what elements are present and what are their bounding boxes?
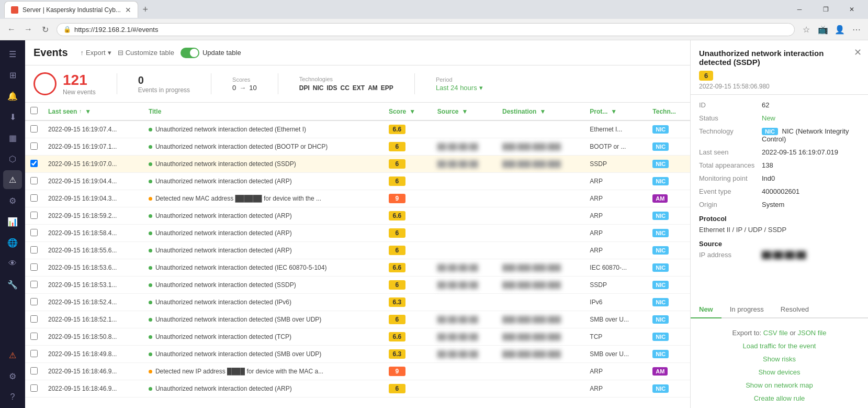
load-traffic-link[interactable]: Load traffic for the event <box>699 342 860 350</box>
period-value[interactable]: Last 24 hours ▾ <box>436 84 483 92</box>
tab-new[interactable]: New <box>691 301 722 318</box>
browser-tab[interactable]: Server | Kaspersky Industrial Cyb... ✕ <box>4 1 138 18</box>
table-row[interactable]: 2022-09-15 16:18:53.6... Unauthorized ne… <box>25 259 690 277</box>
close-button[interactable]: ✕ <box>840 2 864 17</box>
tab-close-button[interactable]: ✕ <box>125 6 131 14</box>
table-row[interactable]: 2022-09-15 16:18:59.2... Unauthorized ne… <box>25 207 690 225</box>
row-checkbox-cell[interactable] <box>25 363 43 380</box>
row-checkbox[interactable] <box>30 263 38 271</box>
sidebar-icon-grid[interactable]: ▦ <box>3 128 22 147</box>
new-tab-button[interactable]: + <box>138 2 153 17</box>
sidebar-icon-dashboard[interactable]: ⊞ <box>3 65 22 84</box>
address-bar[interactable]: 🔒 https://192.168.2.1/#/events <box>57 23 795 36</box>
filter-icon-score[interactable]: ▼ <box>409 108 416 115</box>
sidebar-icon-events[interactable]: ⚠ <box>3 170 22 189</box>
table-row[interactable]: 2022-09-15 16:18:49.8... Unauthorized ne… <box>25 346 690 363</box>
row-checkbox-cell[interactable] <box>25 311 43 328</box>
row-checkbox[interactable] <box>30 194 38 202</box>
row-checkbox[interactable] <box>30 229 38 236</box>
row-checkbox[interactable] <box>30 350 38 357</box>
row-checkbox[interactable] <box>30 315 38 323</box>
export-button[interactable]: ↑ Export ▾ <box>81 49 111 57</box>
update-toggle[interactable]: Update table <box>181 48 241 58</box>
row-checkbox[interactable] <box>30 384 38 392</box>
filter-icon-destination[interactable]: ▼ <box>539 108 547 115</box>
col-tech[interactable]: Techn... <box>647 103 690 120</box>
sidebar-icon-download[interactable]: ⬇ <box>3 107 22 126</box>
table-row[interactable]: 2022-09-15 16:18:58.4... Unauthorized ne… <box>25 225 690 242</box>
tab-in-progress[interactable]: In progress <box>722 301 772 318</box>
table-row[interactable]: 2022-09-15 16:19:07.0... Unauthorized ne… <box>25 156 690 173</box>
row-checkbox[interactable] <box>30 142 38 150</box>
row-checkbox-cell[interactable] <box>25 225 43 242</box>
filter-icon-source[interactable]: ▼ <box>462 108 469 115</box>
bookmark-button[interactable]: ☆ <box>799 22 814 37</box>
col-last-seen[interactable]: Last seen ↑ ▼ <box>43 103 143 120</box>
table-row[interactable]: 2022-09-15 16:18:53.1... Unauthorized ne… <box>25 277 690 294</box>
row-checkbox-cell[interactable] <box>25 156 43 173</box>
show-devices-link[interactable]: Show devices <box>699 368 860 376</box>
col-title[interactable]: Title <box>143 103 384 120</box>
table-row[interactable]: 2022-09-15 16:18:46.9... Unauthorized ne… <box>25 380 690 398</box>
row-checkbox-cell[interactable] <box>25 277 43 294</box>
back-button[interactable]: ← <box>4 22 19 37</box>
row-checkbox[interactable] <box>30 333 38 340</box>
col-score[interactable]: Score ▼ <box>384 103 432 120</box>
sidebar-icon-alerts[interactable]: 🔔 <box>3 86 22 105</box>
row-checkbox-cell[interactable] <box>25 294 43 311</box>
forward-button[interactable]: → <box>21 22 36 37</box>
row-checkbox-cell[interactable] <box>25 207 43 225</box>
row-checkbox[interactable] <box>30 125 38 133</box>
table-row[interactable]: 2022-09-15 16:18:52.4... Unauthorized ne… <box>25 294 690 311</box>
col-protocol[interactable]: Prot... ▼ <box>584 103 647 120</box>
row-checkbox-cell[interactable] <box>25 190 43 207</box>
sidebar-icon-reports[interactable]: 📊 <box>3 212 22 231</box>
sidebar-icon-help[interactable]: ? <box>3 388 22 406</box>
row-checkbox[interactable] <box>30 367 38 374</box>
row-checkbox-cell[interactable] <box>25 346 43 363</box>
table-row[interactable]: 2022-09-15 16:19:07.1... Unauthorized ne… <box>25 138 690 156</box>
sidebar-icon-wrench[interactable]: 🔧 <box>3 275 22 294</box>
json-link[interactable]: JSON file <box>798 329 827 337</box>
row-checkbox-cell[interactable] <box>25 328 43 346</box>
row-checkbox[interactable] <box>30 281 38 288</box>
row-checkbox-cell[interactable] <box>25 380 43 398</box>
row-checkbox-cell[interactable] <box>25 242 43 259</box>
table-row[interactable]: 2022-09-15 16:18:46.9... Detected new IP… <box>25 363 690 380</box>
row-checkbox-cell[interactable] <box>25 138 43 156</box>
row-checkbox-cell[interactable] <box>25 120 43 138</box>
sidebar-icon-eye[interactable]: 👁 <box>3 254 22 273</box>
show-network-map-link[interactable]: Show on network map <box>699 381 860 389</box>
table-row[interactable]: 2022-09-15 16:19:07.4... Unauthorized ne… <box>25 120 690 138</box>
profile-button[interactable]: 👤 <box>832 22 847 37</box>
cast-button[interactable]: 📺 <box>816 22 830 37</box>
sidebar-icon-menu[interactable]: ☰ <box>3 45 22 63</box>
restore-button[interactable]: ❐ <box>814 2 838 17</box>
sidebar-icon-globe[interactable]: 🌐 <box>3 233 22 252</box>
table-row[interactable]: 2022-09-15 16:19:04.4... Unauthorized ne… <box>25 173 690 190</box>
reload-button[interactable]: ↻ <box>38 22 52 37</box>
row-checkbox[interactable] <box>30 212 38 219</box>
panel-close-button[interactable]: ✕ <box>854 47 862 58</box>
row-checkbox-cell[interactable] <box>25 259 43 277</box>
select-all-header[interactable] <box>25 103 43 120</box>
select-all-checkbox[interactable] <box>30 107 38 114</box>
table-row[interactable]: 2022-09-15 16:19:04.3... Detected new MA… <box>25 190 690 207</box>
customize-table-button[interactable]: ⊟ Customize table <box>118 49 174 57</box>
row-checkbox[interactable] <box>30 298 38 305</box>
table-row[interactable]: 2022-09-15 16:18:52.1... Unauthorized ne… <box>25 311 690 328</box>
row-checkbox[interactable] <box>30 177 38 184</box>
tab-resolved[interactable]: Resolved <box>772 301 817 318</box>
filter-icon-last-seen[interactable]: ▼ <box>85 108 92 115</box>
col-source[interactable]: Source ▼ <box>432 103 497 120</box>
sidebar-icon-settings[interactable]: ⚙ <box>3 367 22 385</box>
toggle-switch[interactable] <box>181 48 199 58</box>
table-row[interactable]: 2022-09-15 16:18:50.8... Unauthorized ne… <box>25 328 690 346</box>
filter-icon-protocol[interactable]: ▼ <box>611 108 618 115</box>
menu-button[interactable]: ⋯ <box>849 22 864 37</box>
csv-link[interactable]: CSV file <box>763 329 788 337</box>
show-risks-link[interactable]: Show risks <box>699 355 860 363</box>
sidebar-icon-warning[interactable]: ⚠ <box>3 346 22 365</box>
sidebar-icon-network[interactable]: ⬡ <box>3 149 22 168</box>
col-destination[interactable]: Destination ▼ <box>497 103 584 120</box>
